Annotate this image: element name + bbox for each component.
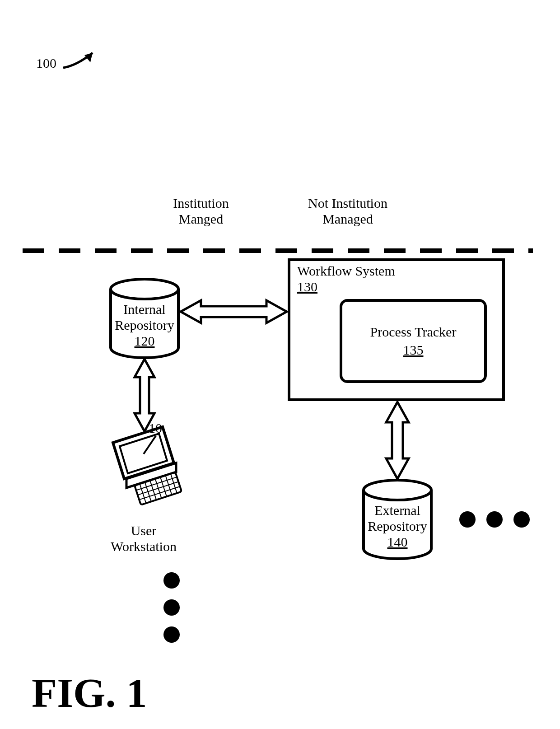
- ref-100-group: 100: [36, 53, 93, 70]
- right-region-line2: Managed: [322, 211, 373, 226]
- arrow-internal-workflow: [181, 300, 287, 323]
- right-region-heading: Not Institution Managed: [308, 196, 387, 226]
- svg-point-13: [163, 599, 180, 616]
- diagram-page: { "figure_label": "FIG. 1", "reference_n…: [0, 0, 560, 729]
- workflow-label: Workflow System: [297, 263, 395, 278]
- internal-repo-cylinder: Internal Repository 120: [111, 279, 178, 358]
- svg-point-15: [111, 279, 178, 299]
- svg-point-18: [459, 511, 476, 528]
- right-region-line1: Not Institution: [308, 196, 387, 210]
- left-region-line1: Institution: [173, 196, 229, 210]
- internal-repo-line1: Internal: [123, 302, 165, 317]
- svg-point-17: [364, 480, 431, 500]
- external-ellipsis: [459, 511, 530, 528]
- workstation-ellipsis: [163, 572, 180, 643]
- tracker-label: Process Tracker: [370, 324, 457, 339]
- workflow-system-box: Workflow System 130 Process Tracker 135: [289, 260, 504, 400]
- ref-100: 100: [36, 56, 56, 70]
- internal-repo-ref: 120: [135, 333, 155, 348]
- left-region-line2: Manged: [179, 211, 223, 226]
- internal-repo-line2: Repository: [115, 318, 174, 332]
- workstation-label-1: User: [131, 523, 157, 538]
- tracker-ref: 135: [403, 342, 424, 357]
- workstation-icon: [113, 427, 182, 505]
- arrow-workstation-internal: [135, 359, 154, 431]
- external-repo-line1: External: [374, 503, 420, 518]
- svg-point-14: [163, 626, 180, 643]
- external-repo-line2: Repository: [368, 519, 427, 533]
- external-repo-cylinder: External Repository 140: [364, 480, 431, 559]
- svg-point-19: [486, 511, 503, 528]
- arrow-workflow-external: [386, 402, 409, 479]
- diagram-svg: 100 FIG. 1 Institution Manged Not Instit…: [0, 0, 560, 729]
- workstation-label-2: Workstation: [111, 539, 177, 554]
- workflow-ref: 130: [297, 279, 317, 294]
- left-region-heading: Institution Manged: [173, 196, 229, 226]
- external-repo-ref: 140: [387, 534, 408, 549]
- svg-point-12: [163, 572, 180, 589]
- svg-point-20: [513, 511, 530, 528]
- figure-label: FIG. 1: [32, 670, 147, 716]
- process-tracker-box: [341, 300, 485, 382]
